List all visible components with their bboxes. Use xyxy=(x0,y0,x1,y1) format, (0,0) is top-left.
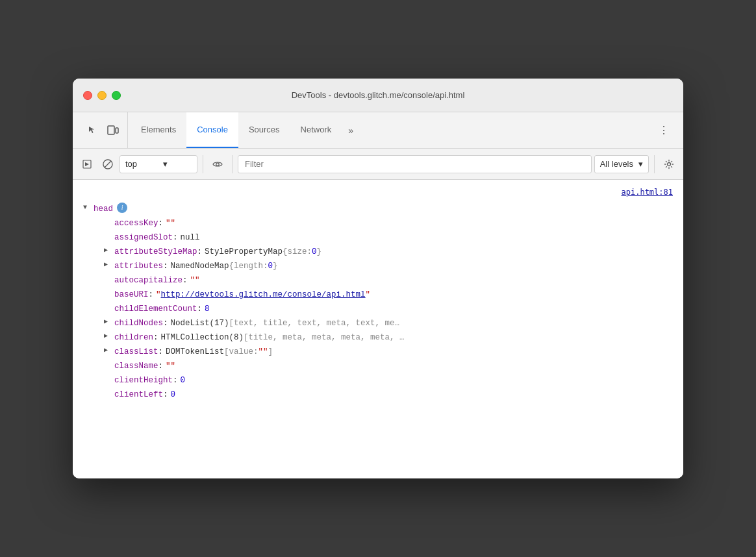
tab-network[interactable]: Network xyxy=(290,112,342,148)
tab-sources[interactable]: Sources xyxy=(238,112,290,148)
execute-button[interactable] xyxy=(78,155,96,173)
settings-button[interactable] xyxy=(660,155,678,173)
info-icon[interactable]: i xyxy=(117,203,127,213)
head-object-line: head i xyxy=(73,202,683,216)
prop-className: className : "" xyxy=(73,359,683,373)
prop-clientHeight: clientHeight : 0 xyxy=(73,373,683,388)
more-tabs-button[interactable]: » xyxy=(342,112,360,148)
levels-selector[interactable]: All levels ▾ xyxy=(594,155,649,173)
prop-childElementCount: childElementCount : 8 xyxy=(73,302,683,316)
head-label: head xyxy=(94,203,113,216)
svg-point-5 xyxy=(216,162,219,165)
eye-button[interactable] xyxy=(208,155,227,173)
traffic-lights xyxy=(83,91,121,100)
svg-point-6 xyxy=(668,162,671,166)
inspect-icon[interactable] xyxy=(83,121,101,140)
svg-line-4 xyxy=(105,161,111,167)
file-reference[interactable]: api.html:81 xyxy=(73,185,683,202)
maximize-button[interactable] xyxy=(112,91,121,100)
prop-autocapitalize: autocapitalize : "" xyxy=(73,273,683,288)
filter-input[interactable] xyxy=(238,155,592,173)
prop-children: children : HTMLCollection(8) [title, met… xyxy=(73,330,683,345)
levels-arrow: ▾ xyxy=(638,159,643,169)
expand-arrow-collapsed-2[interactable] xyxy=(104,260,112,270)
context-arrow: ▾ xyxy=(163,159,168,169)
window-title: DevTools - devtools.glitch.me/console/ap… xyxy=(292,90,465,100)
prop-accessKey: accessKey : "" xyxy=(73,216,683,230)
clear-button[interactable] xyxy=(99,155,117,173)
tabs-bar: Elements Console Sources Network » ⋮ xyxy=(73,112,683,149)
title-bar: DevTools - devtools.glitch.me/console/ap… xyxy=(73,79,683,112)
context-selector[interactable]: top ▾ xyxy=(120,155,197,173)
prop-attributes: attributes : NamedNodeMap {length: 0 } xyxy=(73,259,683,273)
console-toolbar: top ▾ All levels ▾ xyxy=(73,149,683,180)
devtools-window: DevTools - devtools.glitch.me/console/ap… xyxy=(73,79,683,478)
prop-classList: classList : DOMTokenList [value: "" ] xyxy=(73,345,683,359)
minimize-button[interactable] xyxy=(97,91,107,100)
svg-rect-1 xyxy=(116,128,118,133)
expand-arrow-collapsed-5[interactable] xyxy=(104,345,112,356)
toolbar-divider-3 xyxy=(654,155,655,173)
expand-arrow-collapsed-3[interactable] xyxy=(104,317,112,327)
tab-elements[interactable]: Elements xyxy=(131,112,186,148)
toolbar-divider-2 xyxy=(232,155,233,173)
toolbar-divider xyxy=(203,155,203,173)
expand-arrow[interactable] xyxy=(83,203,91,213)
devtools-icons xyxy=(78,112,128,148)
console-output: api.html:81 head i accessKey : "" assign… xyxy=(73,180,683,478)
svg-rect-0 xyxy=(108,126,114,134)
close-button[interactable] xyxy=(83,91,92,100)
prop-attributeStyleMap: attributeStyleMap : StylePropertyMap {si… xyxy=(73,245,683,259)
prop-clientLeft: clientLeft : 0 xyxy=(73,388,683,402)
tabs-list: Elements Console Sources Network » xyxy=(131,112,649,148)
expand-arrow-collapsed[interactable] xyxy=(104,245,112,256)
prop-baseURI: baseURI : "http://devtools.glitch.me/con… xyxy=(73,288,683,302)
device-mode-icon[interactable] xyxy=(104,121,122,140)
tab-console[interactable]: Console xyxy=(186,112,238,148)
expand-arrow-collapsed-4[interactable] xyxy=(104,331,112,341)
prop-assignedSlot: assignedSlot : null xyxy=(73,230,683,245)
prop-childNodes: childNodes : NodeList(17) [text, title, … xyxy=(73,316,683,330)
menu-icon[interactable]: ⋮ xyxy=(655,121,673,140)
devtools-menu-button[interactable]: ⋮ xyxy=(649,112,678,148)
